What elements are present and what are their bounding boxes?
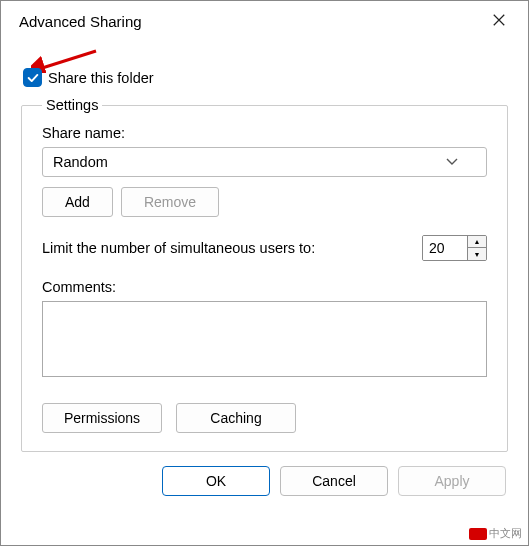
limit-spinner[interactable]: ▲ ▼ (422, 235, 487, 261)
share-name-label: Share name: (42, 125, 487, 141)
share-name-value: Random (53, 154, 108, 170)
watermark: 中文网 (469, 526, 522, 541)
apply-label: Apply (434, 473, 469, 489)
settings-group: Settings Share name: Random Add Remove L… (21, 97, 508, 452)
caching-button[interactable]: Caching (176, 403, 296, 433)
cancel-button[interactable]: Cancel (280, 466, 388, 496)
limit-label: Limit the number of simultaneous users t… (42, 240, 315, 256)
spinner-up-icon[interactable]: ▲ (468, 236, 486, 248)
spinner-down-icon[interactable]: ▼ (468, 248, 486, 260)
share-folder-label: Share this folder (48, 70, 154, 86)
ok-button[interactable]: OK (162, 466, 270, 496)
permissions-button[interactable]: Permissions (42, 403, 162, 433)
share-name-select[interactable]: Random (42, 147, 487, 177)
share-folder-checkbox[interactable] (23, 68, 42, 87)
limit-input[interactable] (423, 236, 467, 260)
remove-button: Remove (121, 187, 219, 217)
chevron-down-icon (446, 155, 458, 169)
comments-label: Comments: (42, 279, 487, 295)
watermark-text: 中文网 (489, 526, 522, 541)
dialog-footer: OK Cancel Apply (1, 452, 528, 510)
apply-button: Apply (398, 466, 506, 496)
comments-textarea[interactable] (42, 301, 487, 377)
close-icon[interactable] (484, 9, 514, 34)
window-title: Advanced Sharing (19, 13, 142, 30)
watermark-logo-icon (469, 528, 487, 540)
share-folder-row: Share this folder (23, 68, 510, 87)
title-bar: Advanced Sharing (1, 1, 528, 42)
add-button[interactable]: Add (42, 187, 113, 217)
settings-legend: Settings (42, 97, 102, 113)
